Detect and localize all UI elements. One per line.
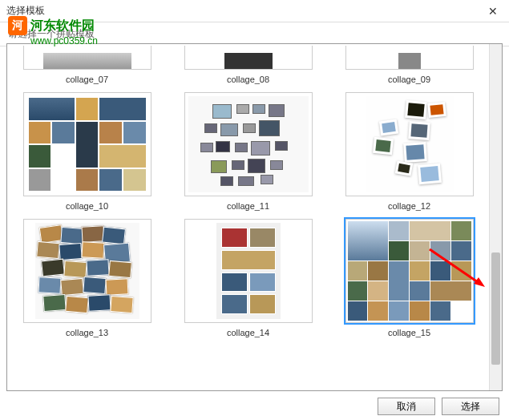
template-label: collage_12 <box>388 201 430 211</box>
template-item[interactable]: collage_07 <box>10 44 164 84</box>
template-item[interactable]: collage_11 <box>172 91 325 211</box>
template-thumb <box>184 219 313 323</box>
template-scroll: collage_07 collage_08 collage_09 collage… <box>7 44 489 390</box>
button-bar: 取消 选择 <box>378 398 499 415</box>
template-thumb <box>23 92 151 196</box>
template-thumb <box>184 92 313 196</box>
template-label: collage_15 <box>388 328 430 337</box>
scrollbar[interactable] <box>489 44 502 390</box>
template-thumb <box>23 219 151 323</box>
template-thumb <box>345 219 474 323</box>
template-thumb <box>345 92 474 196</box>
template-label: collage_14 <box>227 328 269 337</box>
scrollbar-thumb[interactable] <box>491 252 500 365</box>
cancel-button[interactable]: 取消 <box>378 398 435 415</box>
template-thumb <box>184 46 313 70</box>
template-item[interactable]: collage_09 <box>333 44 486 84</box>
template-label: collage_09 <box>388 75 430 84</box>
window-title: 选择模板 <box>6 4 45 18</box>
close-button[interactable]: ✕ <box>477 0 509 22</box>
template-item[interactable]: collage_08 <box>172 44 325 84</box>
close-icon: ✕ <box>488 5 498 18</box>
template-thumb <box>345 46 474 70</box>
template-label: collage_07 <box>66 75 108 84</box>
template-item[interactable]: collage_10 <box>10 91 164 211</box>
template-item[interactable]: collage_15 <box>333 217 486 337</box>
template-list: collage_07 collage_08 collage_09 collage… <box>6 43 503 391</box>
template-label: collage_10 <box>66 201 108 211</box>
template-item[interactable]: collage_12 <box>333 91 486 211</box>
template-item[interactable]: collage_14 <box>172 217 325 337</box>
template-label: collage_11 <box>227 201 269 211</box>
template-label: collage_08 <box>227 75 269 84</box>
select-button[interactable]: 选择 <box>442 398 499 415</box>
template-item[interactable]: collage_13 <box>10 217 164 337</box>
template-thumb <box>23 46 151 70</box>
template-label: collage_13 <box>66 328 108 337</box>
titlebar: 选择模板 ✕ <box>0 0 509 22</box>
